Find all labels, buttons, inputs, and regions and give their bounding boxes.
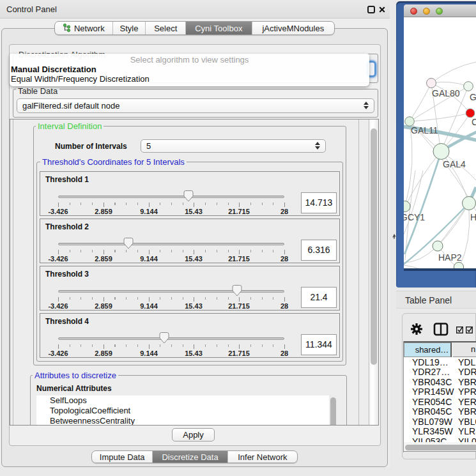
svg-text:GCY1: GCY1 (404, 212, 425, 222)
svg-text:C: C (472, 117, 476, 127)
svg-text:GA: GA (470, 92, 476, 102)
svg-text:GAL80: GAL80 (432, 88, 460, 98)
svg-text:GAL4: GAL4 (443, 159, 466, 169)
svg-text:GAL11: GAL11 (411, 125, 438, 135)
svg-text:H: H (470, 212, 476, 222)
svg-text:HAP2: HAP2 (438, 252, 462, 263)
